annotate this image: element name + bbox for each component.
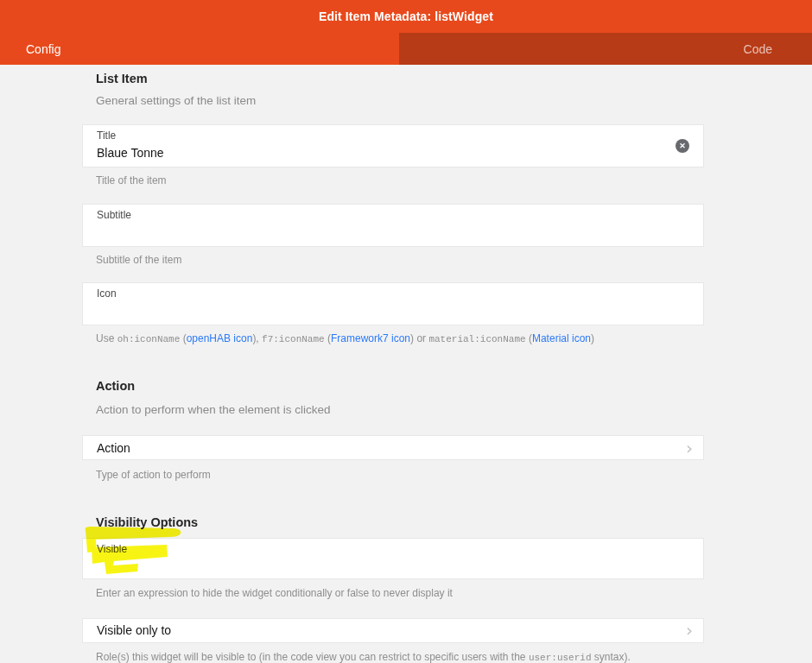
tab-config[interactable]: Config bbox=[0, 33, 399, 65]
section-heading-visibility: Visibility Options bbox=[82, 515, 704, 530]
visible-field-box: Visible bbox=[82, 538, 704, 579]
title-field-box: Title ✕ bbox=[82, 124, 704, 167]
icon-field-label: Icon bbox=[97, 287, 689, 301]
titlebar: Edit Item Metadata: listWidget bbox=[0, 0, 812, 33]
icon-hint-code-material: material:iconName bbox=[428, 334, 525, 344]
action-row-hint: Type of action to perform bbox=[82, 468, 704, 482]
clear-title-icon[interactable]: ✕ bbox=[676, 139, 689, 153]
title-input[interactable] bbox=[97, 143, 650, 160]
icon-field-box: Icon bbox=[82, 282, 704, 325]
title-field-label: Title bbox=[97, 129, 689, 143]
icon-hint-text: Use bbox=[96, 332, 117, 344]
section-desc-list-item: General settings of the list item bbox=[82, 94, 704, 109]
visible-only-to-row[interactable]: Visible only to › bbox=[82, 618, 704, 643]
visible-only-to-label: Visible only to bbox=[97, 623, 171, 637]
framework7-icon-link[interactable]: Framework7 icon bbox=[331, 332, 410, 344]
section-heading-action: Action bbox=[82, 378, 704, 394]
visible-field-label: Visible bbox=[97, 543, 689, 557]
tab-code-label: Code bbox=[744, 42, 772, 56]
icon-hint-code-f7: f7:iconName bbox=[262, 334, 325, 344]
icon-input[interactable] bbox=[97, 301, 650, 318]
action-row-label: Action bbox=[97, 441, 130, 455]
icon-hint-code-oh: oh:iconName bbox=[117, 334, 181, 344]
tab-config-label: Config bbox=[26, 42, 60, 56]
user-userid-code: user:userid bbox=[529, 653, 592, 663]
section-desc-action: Action to perform when the element is cl… bbox=[82, 403, 704, 418]
icon-field-hint: Use oh:iconName (openHAB icon), f7:iconN… bbox=[82, 332, 704, 346]
section-visibility: Visibility Options Visible bbox=[82, 515, 704, 578]
subtitle-field-label: Subtitle bbox=[97, 209, 689, 223]
subtitle-field-box: Subtitle bbox=[82, 204, 704, 247]
page-title: Edit Item Metadata: listWidget bbox=[319, 9, 493, 23]
subtitle-input[interactable] bbox=[97, 223, 650, 239]
tab-code[interactable]: Code bbox=[399, 33, 812, 65]
openhab-icon-link[interactable]: openHAB icon bbox=[187, 332, 253, 344]
section-heading-list-item: List Item bbox=[82, 71, 704, 86]
config-form: List Item General settings of the list i… bbox=[82, 71, 704, 663]
visible-only-to-hint: Role(s) this widget will be visible to (… bbox=[82, 650, 704, 663]
subtitle-field-hint: Subtitle of the item bbox=[82, 253, 704, 267]
action-row[interactable]: Action › bbox=[82, 435, 704, 460]
visible-input[interactable] bbox=[97, 556, 650, 572]
visible-field-hint: Enter an expression to hide the widget c… bbox=[82, 586, 704, 600]
title-field-hint: Title of the item bbox=[82, 174, 704, 187]
tabbar: Config Code bbox=[0, 33, 812, 65]
material-icon-link[interactable]: Material icon bbox=[532, 332, 591, 344]
